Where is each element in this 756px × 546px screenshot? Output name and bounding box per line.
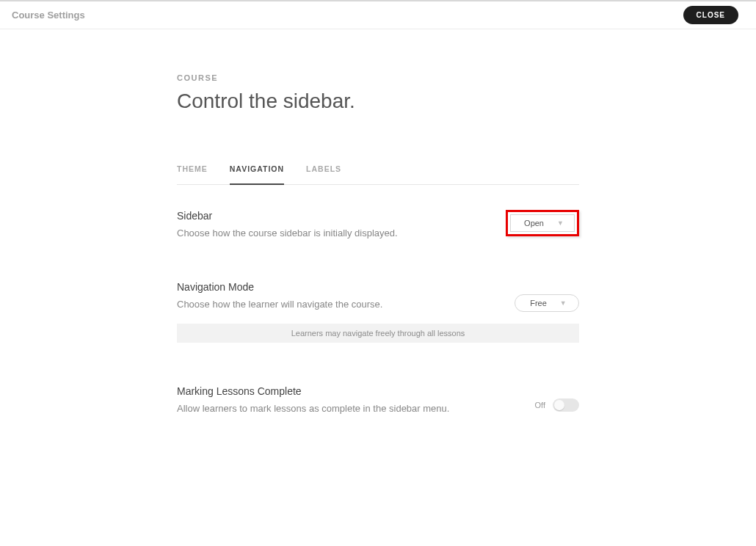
- sidebar-select-value: Open: [524, 219, 544, 228]
- tab-navigation[interactable]: NAVIGATION: [230, 164, 284, 185]
- sidebar-select[interactable]: Open ▼: [510, 214, 575, 232]
- setting-marking-title: Marking Lessons Complete: [177, 385, 449, 397]
- toggle-knob: [554, 400, 564, 410]
- tab-labels[interactable]: LABELS: [306, 164, 341, 184]
- page-heading: Control the sidebar.: [177, 90, 579, 113]
- tabs: THEME NAVIGATION LABELS: [177, 164, 579, 185]
- top-bar: Course Settings CLOSE: [0, 0, 756, 29]
- marking-toggle-wrap: Off: [535, 398, 579, 412]
- setting-navmode-title: Navigation Mode: [177, 281, 382, 293]
- setting-marking-desc: Allow learners to mark lessons as comple…: [177, 403, 449, 414]
- setting-navmode-text: Navigation Mode Choose how the learner w…: [177, 281, 382, 310]
- marking-toggle[interactable]: [553, 398, 579, 412]
- setting-navigation-mode: Navigation Mode Choose how the learner w…: [177, 281, 579, 343]
- setting-sidebar: Sidebar Choose how the course sidebar is…: [177, 210, 579, 239]
- chevron-down-icon: ▼: [560, 299, 567, 307]
- chevron-down-icon: ▼: [557, 219, 564, 227]
- navmode-help: Learners may navigate freely through all…: [177, 324, 579, 343]
- sidebar-select-highlight: Open ▼: [506, 210, 579, 236]
- setting-marking: Marking Lessons Complete Allow learners …: [177, 385, 579, 414]
- navmode-select[interactable]: Free ▼: [515, 294, 579, 312]
- marking-toggle-label: Off: [535, 401, 545, 410]
- eyebrow-label: COURSE: [177, 73, 579, 82]
- page-title: Course Settings: [12, 10, 85, 21]
- setting-marking-text: Marking Lessons Complete Allow learners …: [177, 385, 449, 414]
- tab-theme[interactable]: THEME: [177, 164, 208, 184]
- navmode-select-value: Free: [530, 299, 547, 307]
- content: COURSE Control the sidebar. THEME NAVIGA…: [177, 73, 579, 414]
- close-button[interactable]: CLOSE: [683, 6, 738, 24]
- setting-sidebar-title: Sidebar: [177, 210, 398, 222]
- setting-sidebar-desc: Choose how the course sidebar is initial…: [177, 228, 398, 239]
- setting-sidebar-text: Sidebar Choose how the course sidebar is…: [177, 210, 398, 239]
- setting-navmode-desc: Choose how the learner will navigate the…: [177, 299, 382, 310]
